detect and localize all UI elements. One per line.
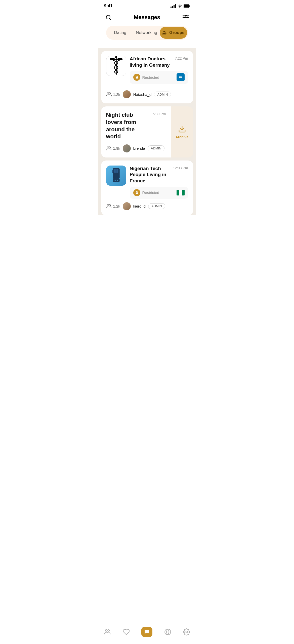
nigeria-flag-icon xyxy=(177,190,185,195)
members-icon xyxy=(106,146,112,151)
admin-avatar xyxy=(123,144,131,152)
svg-point-17 xyxy=(118,59,120,61)
svg-point-13 xyxy=(163,31,165,32)
search-icon xyxy=(105,14,112,21)
filter-button[interactable] xyxy=(182,13,190,22)
wifi-icon xyxy=(178,4,182,8)
admin-badge: ADMIN xyxy=(148,203,165,209)
filter-icon xyxy=(183,14,189,21)
group-time: 12:03 Pm xyxy=(173,166,188,170)
restricted-label: Restricted xyxy=(142,75,175,79)
header: Messages xyxy=(98,11,196,26)
svg-rect-34 xyxy=(136,192,138,194)
page-title: Messages xyxy=(134,14,160,21)
svg-point-22 xyxy=(107,147,109,148)
group-card-night-club-wrapper: Night club lovers from around the world … xyxy=(101,106,193,157)
card-info: Nigerian Tech People Living in France 12… xyxy=(130,166,188,199)
svg-rect-19 xyxy=(136,77,138,79)
members-icon xyxy=(106,92,112,97)
svg-point-16 xyxy=(113,59,115,61)
admin-name[interactable]: brenda xyxy=(133,146,145,150)
archive-action[interactable]: Archive xyxy=(171,106,193,157)
group-title: Night club lovers from around the world xyxy=(106,111,151,140)
member-count: 1.9k xyxy=(106,146,120,151)
svg-point-36 xyxy=(109,205,110,206)
admin-avatar xyxy=(123,90,131,98)
group-title: Nigerian Tech People Living in France xyxy=(130,166,171,184)
status-bar: 9:41 xyxy=(98,0,196,11)
status-time: 9:41 xyxy=(104,4,113,9)
svg-rect-29 xyxy=(112,170,113,173)
admin-name[interactable]: Natasha_d xyxy=(133,92,152,97)
group-avatar-medical xyxy=(106,56,126,76)
member-count: 1.2k xyxy=(106,204,120,209)
svg-point-14 xyxy=(165,31,166,32)
member-count-label: 1.2k xyxy=(113,204,120,208)
groups-icon xyxy=(162,30,167,35)
admin-name[interactable]: kiero_d xyxy=(133,204,146,208)
archive-icon xyxy=(178,125,186,133)
status-icons xyxy=(171,4,190,8)
search-button[interactable] xyxy=(104,13,113,22)
signal-bars-icon xyxy=(171,4,176,8)
lock-icon xyxy=(133,189,140,196)
card-info: African Doctors living in Germany 7:22 P… xyxy=(130,56,188,84)
tab-groups[interactable]: Groups xyxy=(160,27,187,39)
card-header: African Doctors living in Germany 7:22 P… xyxy=(106,56,188,84)
svg-point-21 xyxy=(109,93,110,94)
tab-dating[interactable]: Dating xyxy=(107,27,134,39)
card-footer: 1.2k kiero_d ADMIN xyxy=(106,202,188,210)
card-header: Nigerian Tech People Living in France 12… xyxy=(106,166,188,199)
admin-avatar xyxy=(123,202,131,210)
admin-badge: ADMIN xyxy=(148,145,165,151)
svg-rect-27 xyxy=(115,169,116,173)
svg-line-4 xyxy=(109,19,111,20)
restricted-label: Restricted xyxy=(142,190,175,195)
svg-point-35 xyxy=(107,205,109,206)
svg-rect-32 xyxy=(115,180,116,180)
svg-rect-1 xyxy=(184,5,189,7)
svg-rect-28 xyxy=(117,169,118,173)
card-footer: 1.9k brenda ADMIN xyxy=(106,144,166,152)
group-time: 7:22 Pm xyxy=(175,56,188,60)
admin-badge: ADMIN xyxy=(154,92,171,97)
svg-rect-33 xyxy=(117,180,118,180)
member-count-label: 1.9k xyxy=(113,146,120,150)
group-card-nigerian-tech: Nigerian Tech People Living in France 12… xyxy=(101,160,193,215)
restricted-badge: Restricted xyxy=(130,187,188,199)
svg-rect-26 xyxy=(113,169,115,173)
members-icon xyxy=(106,204,112,209)
card-footer: 1.2k Natasha_d ADMIN xyxy=(106,90,188,98)
tab-groups-label: Groups xyxy=(169,30,184,35)
svg-point-18 xyxy=(115,56,117,58)
group-card-night-club: Night club lovers from around the world … xyxy=(101,106,171,157)
group-time: 5:39 Pm xyxy=(153,111,166,116)
group-avatar-tech xyxy=(106,166,126,186)
tab-networking[interactable]: Networking xyxy=(133,27,160,39)
member-count-label: 1.2k xyxy=(113,92,120,97)
svg-point-23 xyxy=(109,147,110,148)
member-count: 1.2k xyxy=(106,92,120,97)
groups-list: African Doctors living in Germany 7:22 P… xyxy=(98,48,196,215)
linkedin-icon: in xyxy=(177,73,185,81)
group-card-african-doctors: African Doctors living in Germany 7:22 P… xyxy=(101,51,193,103)
svg-point-20 xyxy=(107,93,109,94)
restricted-badge: Restricted in xyxy=(130,71,188,84)
svg-rect-2 xyxy=(189,6,190,7)
group-title: African Doctors living in Germany xyxy=(130,56,173,68)
caduceus-icon xyxy=(107,56,125,76)
spacer xyxy=(98,218,196,244)
tabs-container: Dating Networking Groups xyxy=(106,26,188,40)
archive-label: Archive xyxy=(176,135,188,139)
svg-rect-31 xyxy=(113,180,114,180)
lock-icon xyxy=(133,74,140,81)
battery-icon xyxy=(184,4,190,8)
